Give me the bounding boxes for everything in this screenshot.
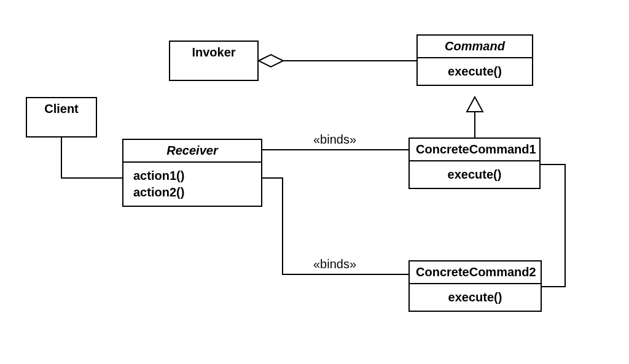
- class-client: Client: [26, 97, 97, 137]
- edge-invoker-command: [259, 55, 416, 67]
- class-client-title: Client: [27, 98, 96, 120]
- class-command-title: Command: [418, 36, 532, 57]
- class-receiver-method-2: action2(): [133, 184, 251, 201]
- class-invoker: Invoker: [169, 41, 259, 81]
- class-cc1-method: execute(): [410, 161, 539, 188]
- class-invoker-title: Invoker: [170, 42, 257, 63]
- class-command: Command execute(): [416, 34, 533, 86]
- class-concrete-command-2: ConcreteCommand2 execute(): [408, 260, 542, 312]
- class-concrete-command-1: ConcreteCommand1 execute(): [408, 137, 541, 189]
- class-cc2-method: execute(): [410, 284, 541, 311]
- class-cc2-title: ConcreteCommand2: [410, 261, 541, 283]
- class-cc1-title: ConcreteCommand1: [410, 139, 539, 160]
- uml-diagram: Client Invoker Command execute() Receive…: [0, 0, 629, 364]
- edge-label-binds-2: «binds»: [313, 257, 356, 271]
- edge-cc1-command: [467, 97, 483, 137]
- edge-label-binds-1: «binds»: [313, 133, 356, 147]
- class-receiver: Receiver action1() action2(): [122, 139, 262, 207]
- class-receiver-methods: action1() action2(): [123, 163, 261, 206]
- class-receiver-title: Receiver: [123, 140, 261, 161]
- svg-marker-2: [467, 97, 483, 112]
- class-command-method: execute(): [418, 58, 532, 85]
- edge-client-receiver: [61, 137, 122, 178]
- svg-marker-0: [259, 55, 283, 67]
- class-receiver-method-1: action1(): [133, 168, 251, 184]
- edge-cc2-command: [541, 165, 565, 287]
